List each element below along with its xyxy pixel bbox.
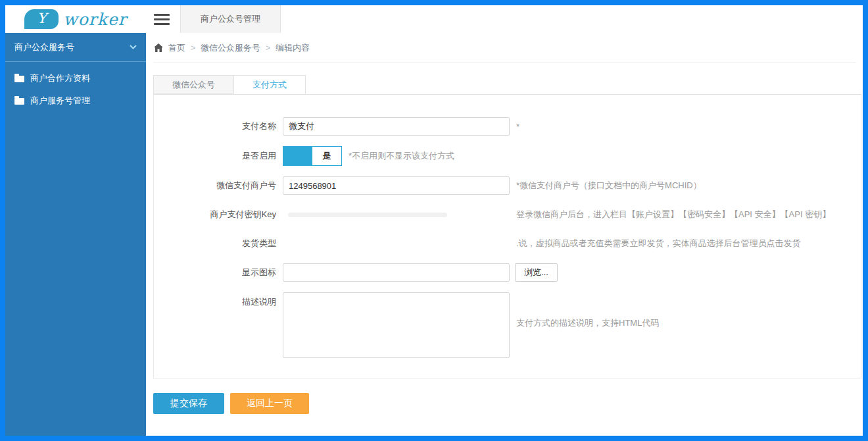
breadcrumb: 首页 > 微信公众服务号 > 编辑内容 [153, 33, 856, 63]
topbar: 商户公众号管理 [146, 5, 863, 33]
enabled-hint: *不启用则不显示该支付方式 [349, 150, 454, 162]
merchant-id-hint: *微信支付商户号（接口文档中的商户号MCHID） [516, 180, 702, 192]
folder-icon [14, 76, 24, 82]
breadcrumb-separator: > [266, 43, 270, 53]
payment-name-input[interactable] [283, 117, 510, 136]
form-row-description: 描述说明 支付方式的描述说明，支持HTML代码 [154, 292, 861, 358]
tab-payment-method[interactable]: 支付方式 [233, 75, 306, 94]
sidebar-group-header[interactable]: 商户公众服务号 [5, 33, 146, 62]
header: Y worker 商户公众号管理 [5, 5, 863, 33]
sidebar: 商户公众服务号 商户合作方资料 商户服务号管理 [5, 33, 146, 436]
home-icon [154, 43, 163, 52]
form-actions: 提交保存 返回上一页 [153, 393, 861, 414]
logo: Y worker [5, 5, 146, 33]
form-row-payment-name: 支付名称 * [154, 117, 861, 136]
description-textarea[interactable] [283, 292, 510, 358]
display-icon-input[interactable] [283, 263, 510, 282]
sidebar-menu: 商户合作方资料 商户服务号管理 [5, 62, 146, 112]
chevron-down-icon [130, 45, 137, 49]
sidebar-item-service-account[interactable]: 商户服务号管理 [5, 90, 146, 112]
pay-key-redacted-field[interactable] [283, 205, 510, 224]
enabled-toggle[interactable]: 是 [283, 146, 342, 166]
required-asterisk: * [516, 122, 519, 132]
main-content: 首页 > 微信公众服务号 > 编辑内容 微信公众号 支付方式 支付名称 [146, 33, 863, 436]
sidebar-group-label: 商户公众服务号 [14, 41, 74, 53]
breadcrumb-service-account[interactable]: 微信公众服务号 [201, 42, 260, 54]
tab-bar: 微信公众号 支付方式 [153, 75, 861, 94]
form-row-delivery-type: 发货类型 .说，虚拟商品或者充值类需要立即发货，实体商品选择后台管理员点击发货 [154, 234, 861, 253]
toggle-on-segment [283, 147, 312, 165]
toggle-state-label: 是 [312, 147, 341, 165]
pay-key-hint: 登录微信商户后台，进入栏目【账户设置】【密码安全】【API 安全】【API 密钥… [516, 209, 831, 220]
delivery-type-redacted-field[interactable] [283, 234, 510, 253]
tab-wechat-official[interactable]: 微信公众号 [153, 75, 234, 94]
delivery-type-label: 发货类型 [154, 238, 283, 249]
description-hint: 支付方式的描述说明，支持HTML代码 [516, 317, 659, 329]
browse-button[interactable]: 浏览... [515, 263, 558, 282]
hamburger-menu-icon[interactable] [154, 14, 170, 25]
topbar-page-tab[interactable]: 商户公众号管理 [180, 5, 281, 33]
folder-icon [14, 98, 24, 105]
payment-name-label: 支付名称 [154, 120, 283, 132]
form-row-display-icon: 显示图标 浏览... [154, 263, 861, 282]
form-row-merchant-id: 微信支付商户号 *微信支付商户号（接口文档中的商户号MCHID） [154, 176, 861, 195]
brand-name: worker [63, 10, 126, 29]
sidebar-item-partner-info[interactable]: 商户合作方资料 [5, 67, 146, 90]
pay-key-label: 商户支付密钥Key [154, 209, 283, 220]
merchant-id-input[interactable] [283, 176, 510, 195]
payment-form-panel: 支付名称 * 是否启用 是 *不启用则不显示该支付方式 微信支付商户号 [153, 94, 861, 378]
sidebar-item-label: 商户服务号管理 [30, 95, 90, 107]
logo-monogram: Y [37, 12, 46, 27]
submit-save-button[interactable]: 提交保存 [153, 393, 224, 414]
merchant-id-label: 微信支付商户号 [154, 180, 283, 192]
form-row-pay-key: 商户支付密钥Key 登录微信商户后台，进入栏目【账户设置】【密码安全】【API … [154, 205, 861, 224]
enabled-label: 是否启用 [154, 150, 283, 162]
display-icon-label: 显示图标 [154, 267, 283, 278]
app-window: Y worker 商户公众号管理 商户公众服务号 商户合作方资料 [0, 0, 868, 441]
logo-leaf-icon: Y [24, 9, 59, 29]
breadcrumb-separator: > [191, 43, 195, 53]
breadcrumb-home[interactable]: 首页 [168, 42, 185, 54]
sidebar-item-label: 商户合作方资料 [30, 72, 90, 84]
form-row-enabled: 是否启用 是 *不启用则不显示该支付方式 [154, 146, 861, 166]
description-label: 描述说明 [154, 292, 283, 308]
breadcrumb-current: 编辑内容 [276, 42, 310, 54]
delivery-type-hint: .说，虚拟商品或者充值类需要立即发货，实体商品选择后台管理员点击发货 [516, 238, 801, 249]
back-button[interactable]: 返回上一页 [230, 393, 309, 414]
redaction-smudge [288, 213, 447, 217]
